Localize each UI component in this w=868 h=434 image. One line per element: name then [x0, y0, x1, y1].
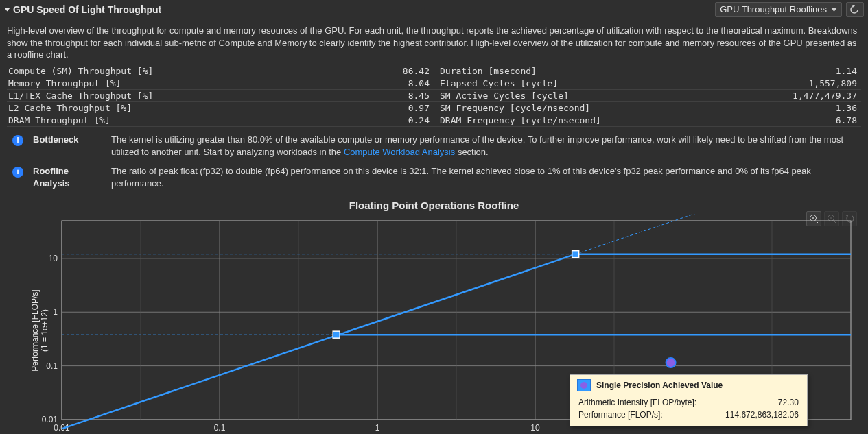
metric-value: 0.24	[408, 115, 434, 125]
metric-row: Duration [msecond]1.14	[434, 65, 861, 77]
metrics-table: Compute (SM) Throughput [%]86.42Memory T…	[0, 65, 868, 127]
metric-row: SM Frequency [cycle/nsecond]1.36	[434, 102, 861, 114]
metric-key: SM Frequency [cycle/nsecond]	[434, 103, 836, 113]
svg-line-35	[576, 214, 709, 254]
metric-key: L2 Cache Throughput [%]	[7, 103, 408, 113]
tooltip-value: 72.30	[698, 397, 799, 408]
metric-value: 8.04	[408, 78, 434, 88]
chart-title: Floating Point Operations Roofline	[0, 200, 868, 211]
tooltip-key: Performance [FLOP/s]:	[578, 409, 696, 420]
metric-row: L1/TEX Cache Throughput [%]8.45	[7, 90, 434, 102]
svg-rect-36	[572, 251, 579, 258]
metric-key: DRAM Throughput [%]	[7, 115, 408, 125]
metric-key: Memory Throughput [%]	[7, 78, 408, 88]
metric-value: 1,557,809	[809, 78, 861, 88]
chart-tooltip: Single Precision Achieved Value Arithmet…	[570, 374, 808, 426]
metric-value: 0.97	[408, 103, 434, 113]
tooltip-title: Single Precision Achieved Value	[596, 381, 723, 390]
svg-text:1: 1	[375, 423, 380, 433]
roofline-note: i Roofline Analysis The ratio of peak fl…	[0, 158, 868, 190]
metric-key: Duration [msecond]	[434, 66, 836, 76]
svg-rect-37	[333, 332, 340, 339]
metric-row: L2 Cache Throughput [%]0.97	[7, 102, 434, 114]
svg-line-30	[62, 254, 576, 429]
combo-label: GPU Throughput Rooflines	[720, 4, 827, 14]
metric-value: 1.14	[836, 66, 861, 76]
metric-key: Compute (SM) Throughput [%]	[7, 66, 403, 76]
svg-text:10: 10	[530, 423, 540, 433]
metric-row: Memory Throughput [%]8.04	[7, 77, 434, 90]
bottleneck-label: Bottleneck	[33, 134, 102, 146]
cwa-link[interactable]: Compute Workload Analysis	[344, 147, 455, 157]
metric-row: SM Active Cycles [cycle]1,477,479.37	[434, 90, 861, 102]
metric-value: 1.36	[836, 103, 861, 113]
y-axis-label: Performance [FLOP/s](1 = 1e+12)	[30, 290, 49, 372]
metric-key: L1/TEX Cache Throughput [%]	[7, 91, 408, 101]
metric-key: SM Active Cycles [cycle]	[434, 91, 793, 101]
svg-text:0.1: 0.1	[214, 423, 226, 433]
section-title: GPU Speed Of Light Throughput	[13, 4, 161, 15]
flip-button[interactable]	[846, 2, 864, 17]
metric-row: Compute (SM) Throughput [%]86.42	[7, 65, 434, 77]
metric-key: DRAM Frequency [cycle/nsecond]	[434, 115, 836, 125]
info-icon: i	[12, 167, 23, 178]
roofline-label: Roofline Analysis	[33, 165, 102, 190]
metric-value: 8.45	[408, 91, 434, 101]
tooltip-key: Arithmetic Intensity [FLOP/byte]:	[578, 397, 696, 408]
svg-point-38	[666, 358, 676, 367]
metric-key: Elapsed Cycles [cycle]	[434, 78, 809, 88]
metric-row: DRAM Throughput [%]0.24	[7, 114, 434, 127]
info-icon: i	[12, 135, 23, 146]
flip-icon	[849, 5, 860, 14]
rooflines-combo[interactable]: GPU Throughput Rooflines	[715, 2, 842, 17]
tooltip-value: 114,672,863,182.06	[698, 409, 799, 420]
metric-value: 6.78	[836, 115, 861, 125]
svg-text:10: 10	[49, 254, 58, 263]
metric-row: DRAM Frequency [cycle/nsecond]6.78	[434, 114, 861, 127]
metric-value: 86.42	[403, 66, 434, 76]
tooltip-marker-icon	[577, 379, 591, 391]
bottleneck-note: i Bottleneck The kernel is utilizing gre…	[0, 127, 868, 158]
svg-text:1: 1	[53, 308, 58, 317]
section-description: High-level overview of the throughput fo…	[0, 19, 868, 65]
metric-value: 1,477,479.37	[793, 91, 861, 101]
section-header[interactable]: GPU Speed Of Light Throughput GPU Throug…	[0, 0, 868, 19]
metric-row: Elapsed Cycles [cycle]1,557,809	[434, 77, 861, 90]
chevron-down-icon	[831, 8, 837, 12]
svg-text:0.01: 0.01	[42, 415, 58, 424]
roofline-text: The ratio of peak float (fp32) to double…	[111, 165, 861, 190]
collapse-icon[interactable]	[5, 8, 10, 11]
bottleneck-text: The kernel is utilizing greater than 80.…	[111, 134, 861, 158]
